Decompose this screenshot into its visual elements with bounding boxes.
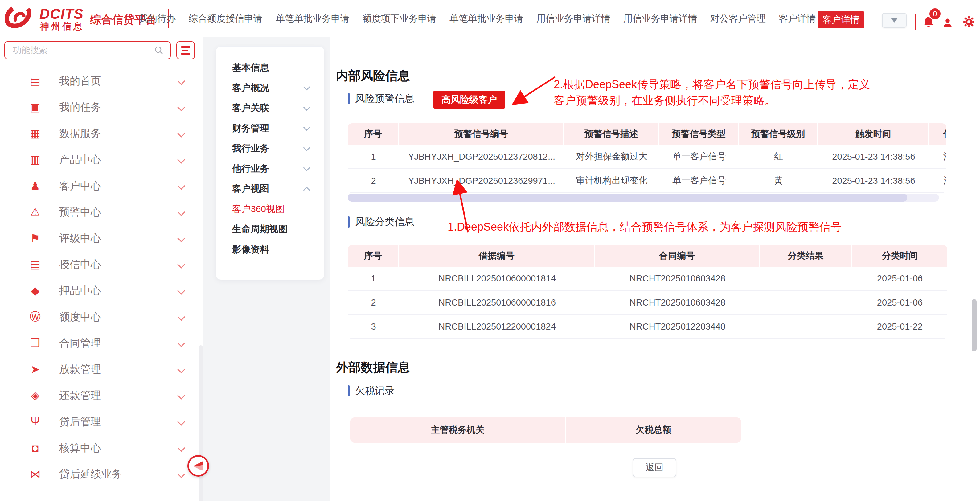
submenu-item[interactable]: 客户关联 xyxy=(216,98,324,118)
collapse-arrow-icon xyxy=(192,461,204,471)
sidebar-item[interactable]: ▦数据服务 xyxy=(0,120,203,146)
risk-warning-section-header: 风险预警信息 xyxy=(348,92,414,105)
sidebar-scrollbar[interactable] xyxy=(199,345,203,501)
table-cell: NRCBILL2025010600001816 xyxy=(399,291,595,314)
sidebar-item[interactable]: ◆押品中心 xyxy=(0,277,203,304)
topnav-item[interactable]: 客户详情 xyxy=(779,12,816,25)
chevron-down-icon xyxy=(177,313,185,321)
sidebar-item-label: 我的首页 xyxy=(59,74,101,88)
table-header-row: 序号借据编号合同编号分类结果分类时间 xyxy=(348,245,947,267)
topnav-item[interactable]: 我的待办 xyxy=(139,12,176,25)
search-icon[interactable] xyxy=(154,46,163,55)
internal-risk-title: 内部风险信息 xyxy=(336,67,410,84)
sidebar-item[interactable]: ▥产品中心 xyxy=(0,146,203,173)
chevron-down-icon xyxy=(177,287,185,294)
horizontal-scrollbar-thumb[interactable] xyxy=(348,194,907,202)
column-header: 预警信号描述 xyxy=(564,123,659,145)
table-cell: 2025-01-23 14:38:56 xyxy=(818,169,929,192)
chevron-down-icon xyxy=(177,182,185,189)
chevron-down-icon xyxy=(303,144,310,151)
section-bar xyxy=(348,93,350,104)
table-row: 2YJBHYJXH_DGP20250123629971...审计机构出现变化单一… xyxy=(348,169,947,193)
submenu-item[interactable]: 基本信息 xyxy=(216,58,324,78)
submenu-item[interactable]: 财务管理 xyxy=(216,118,324,139)
user-icon: ♟ xyxy=(24,180,46,192)
sidebar-item[interactable]: ⚑评级中心 xyxy=(0,225,203,251)
sidebar-item[interactable]: ⚠预警中心 xyxy=(0,199,203,225)
gem-icon: ◈ xyxy=(24,389,46,402)
chevron-down-icon xyxy=(177,470,185,478)
submenu-item-label: 客户360视图 xyxy=(232,203,285,216)
table-cell: NRCHT2025010603428 xyxy=(595,267,760,290)
back-button[interactable]: 返回 xyxy=(633,458,676,477)
topnav-item[interactable]: 额度项下业务申请 xyxy=(363,12,436,25)
customer-detail-submenu: 基本信息客户概况客户关联财务管理我行业务他行业务客户视图客户360视图生命周期视… xyxy=(216,46,324,280)
sidebar-item-label: 我的任务 xyxy=(59,100,101,115)
submenu-item[interactable]: 客户视图 xyxy=(216,179,324,199)
sidebar-item[interactable]: ▣我的任务 xyxy=(0,94,203,120)
sidebar-item-label: 核算中心 xyxy=(59,441,101,455)
sidebar-item[interactable]: ⋈贷后延续业务 xyxy=(0,461,203,487)
submenu-list: 基本信息客户概况客户关联财务管理我行业务他行业务客户视图客户360视图生命周期视… xyxy=(216,46,324,259)
table-row: 1NRCBILL2025010600001814NRCHT20250106034… xyxy=(348,267,947,291)
sidebar-item-label: 预警中心 xyxy=(59,205,101,219)
submenu-item[interactable]: 客户概况 xyxy=(216,78,324,99)
section-label: 风险预警信息 xyxy=(355,92,414,105)
submenu-item[interactable]: 生命周期视图 xyxy=(216,219,324,240)
chevron-down-icon xyxy=(177,444,185,452)
topnav-item[interactable]: 单笔单批业务申请 xyxy=(275,12,350,25)
sidebar-item-label: 产品中心 xyxy=(59,153,101,167)
annotation-arrow-to-row xyxy=(453,178,475,237)
sidebar-item[interactable]: ❒合同管理 xyxy=(0,330,203,356)
submenu-item-label: 影像资料 xyxy=(232,243,269,256)
sidebar-item[interactable]: ◘核算中心 xyxy=(0,435,203,461)
sidebar-item[interactable]: ◈还款管理 xyxy=(0,382,203,409)
table-cell: YJBHYJXH_DGP20250123720812... xyxy=(399,145,564,169)
sidebar-collapse-button[interactable] xyxy=(188,455,209,477)
active-tab-customer-detail[interactable]: 客户详情 xyxy=(818,11,864,29)
table-cell: 消除 xyxy=(929,169,947,192)
topnav-item[interactable]: 用信业务申请详情 xyxy=(536,12,610,25)
search-input[interactable] xyxy=(5,45,154,56)
section-bar xyxy=(348,216,350,227)
submenu-item[interactable]: 客户360视图 xyxy=(216,199,324,219)
submenu-item[interactable]: 影像资料 xyxy=(216,240,324,260)
table-cell: NRCBILL2025012200001824 xyxy=(399,315,595,338)
settings-gear-icon[interactable] xyxy=(963,16,975,29)
column-header: 预警信号编号 xyxy=(399,123,564,145)
submenu-item[interactable]: 他行业务 xyxy=(216,159,324,179)
risk-warning-table: 序号预警信号编号预警信号描述预警信号类型预警信号级别触发时间信号状态1YJBHY… xyxy=(348,123,947,193)
table-cell: 1 xyxy=(348,267,399,290)
user-profile-icon[interactable] xyxy=(942,17,953,30)
submenu-item-label: 生命周期视图 xyxy=(232,223,288,235)
sidebar-item[interactable]: ▤我的首页 xyxy=(0,68,203,94)
utensils-icon: Ψ xyxy=(24,415,46,428)
table-cell: 2025-01-23 14:38:56 xyxy=(818,145,929,169)
table-cell: 1 xyxy=(348,145,399,169)
topnav-item[interactable]: 综合额度授信申请 xyxy=(189,12,262,25)
column-header: 序号 xyxy=(348,123,399,145)
sidebar-item[interactable]: ▤授信中心 xyxy=(0,251,203,277)
column-header: 预警信号级别 xyxy=(739,123,818,145)
sidebar-item[interactable]: Ⓦ额度中心 xyxy=(0,304,203,330)
chevron-up-icon xyxy=(303,186,310,194)
topnav-item[interactable]: 对公客户管理 xyxy=(710,12,766,25)
tax-record-table: 主管税务机关欠税总额 xyxy=(350,417,741,443)
horizontal-scrollbar[interactable] xyxy=(348,194,939,202)
external-data-title: 外部数据信息 xyxy=(336,359,410,376)
sidebar-item-label: 评级中心 xyxy=(59,231,101,245)
idcard-icon: ▤ xyxy=(24,75,46,87)
chevron-down-icon xyxy=(303,84,310,91)
sidebar-item[interactable]: ➤放款管理 xyxy=(0,356,203,382)
topnav-item[interactable]: 用信业务申请详情 xyxy=(623,12,697,25)
tab-dropdown-button[interactable] xyxy=(882,13,907,28)
sidebar-item-label: 贷后管理 xyxy=(59,415,101,429)
table-cell: 2 xyxy=(348,291,399,314)
page-vertical-scrollbar[interactable] xyxy=(972,299,977,351)
submenu-item[interactable]: 我行业务 xyxy=(216,138,324,159)
topnav-item[interactable]: 单笔单批业务申请 xyxy=(449,12,523,25)
sidebar-item[interactable]: ♟客户中心 xyxy=(0,173,203,199)
sidebar-item[interactable]: Ψ贷后管理 xyxy=(0,409,203,435)
menu-collapse-icon[interactable] xyxy=(177,41,195,59)
table-row: 3NRCBILL2025012200001824NRCHT20250122034… xyxy=(348,315,947,339)
